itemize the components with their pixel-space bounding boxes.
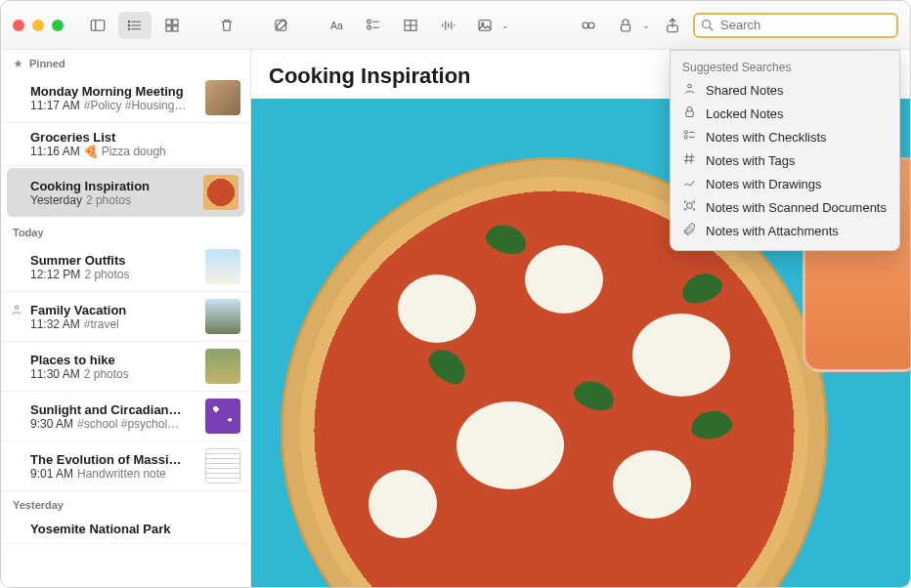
note-time: 12:12 PM [30,268,80,281]
note-thumbnail [205,399,240,434]
note-row-subtitle: 11:16 AM 🍕Pizza dough [30,145,240,158]
suggestion-item[interactable]: Notes with Attachments [671,219,899,242]
note-row-title: Sunlight and Circadian… [30,402,197,417]
toolbar: Aa ⌄ ⌄ [1,1,910,50]
note-meta: #travel [84,317,119,331]
delete-note-button[interactable] [210,12,243,39]
note-time: 11:16 AM [30,145,80,158]
note-time: Yesterday [30,193,82,207]
note-text: Monday Morning Meeting 11:17 AM #Policy … [30,84,197,112]
note-row-title: Places to hike [30,353,197,367]
list-view-button[interactable] [118,12,152,39]
suggestion-item[interactable]: Notes with Scanned Documents [671,195,899,219]
minimize-window-button[interactable] [32,20,44,31]
note-row[interactable]: Yosemite National Park [1,515,250,544]
share-icon [664,17,681,34]
svg-rect-11 [173,25,178,30]
suggestion-item[interactable]: Notes with Tags [671,148,899,172]
checklist-button[interactable] [357,12,390,39]
svg-point-5 [128,21,130,22]
yesterday-section-header: Yesterday [1,491,250,515]
svg-rect-36 [686,111,694,117]
note-row[interactable]: Monday Morning Meeting 11:17 AM #Policy … [1,73,250,123]
suggestion-item[interactable]: Notes with Drawings [671,172,899,195]
note-meta: #Policy #Housing… [84,99,187,112]
note-row-subtitle: 11:17 AM #Policy #Housing… [30,99,197,112]
note-row[interactable]: Cooking Inspiration Yesterday 2 photos [7,168,244,217]
close-window-button[interactable] [13,20,24,31]
scan-icon [682,198,697,216]
suggestion-label: Notes with Attachments [706,224,839,238]
media-chevron-icon: ⌄ [501,21,509,30]
svg-rect-30 [622,24,630,31]
suggestion-label: Notes with Checklists [706,130,827,145]
media-button[interactable] [468,12,501,39]
svg-line-42 [691,154,692,164]
note-row-subtitle: 9:01 AM Handwritten note [30,467,197,481]
svg-point-6 [128,24,130,26]
lock-icon [617,17,634,34]
svg-point-16 [368,25,371,29]
text-format-icon: Aa [327,17,345,34]
toggle-sidebar-button[interactable] [81,12,114,39]
note-row-title: Family Vacation [30,303,197,317]
svg-point-34 [15,306,19,310]
today-section-header: Today [1,219,250,242]
note-row[interactable]: Places to hike 11:30 AM 2 photos [1,342,250,392]
note-time: 9:30 AM [30,417,73,431]
suggestions-heading: Suggested Searches [671,57,899,78]
note-text: Sunlight and Circadian… 9:30 AM #school … [30,402,197,431]
svg-line-41 [686,154,687,164]
note-time: 11:32 AM [30,317,80,331]
list-icon [126,17,144,34]
note-text: Cooking Inspiration Yesterday 2 photos [30,179,195,207]
note-row-subtitle: Yesterday 2 photos [30,193,195,207]
share-button[interactable] [656,12,689,39]
yesterday-label: Yesterday [13,499,64,511]
search-suggestions-dropdown: Suggested Searches Shared NotesLocked No… [670,50,900,251]
format-button[interactable]: Aa [320,12,353,39]
zoom-window-button[interactable] [52,20,64,31]
search-input[interactable] [693,13,898,38]
note-meta: 2 photos [84,268,129,281]
note-thumbnail [205,249,240,284]
note-row[interactable]: The Evolution of Massi… 9:01 AM Handwrit… [1,441,250,491]
note-text: Summer Outfits 12:12 PM 2 photos [30,253,197,281]
gallery-view-button[interactable] [155,12,189,39]
lock-button[interactable] [609,12,642,39]
svg-point-28 [583,22,588,28]
suggestion-item[interactable]: Locked Notes [671,102,899,125]
suggestion-label: Notes with Scanned Documents [706,200,887,215]
table-button[interactable] [394,12,427,39]
suggestion-label: Locked Notes [706,106,784,121]
suggestion-item[interactable]: Shared Notes [671,78,899,102]
notes-sidebar[interactable]: Pinned Monday Morning Meeting 11:17 AM #… [1,50,251,587]
note-row-title: Monday Morning Meeting [30,84,197,99]
note-text: The Evolution of Massi… 9:01 AM Handwrit… [30,452,197,481]
link-button[interactable] [572,12,605,39]
note-row-subtitle: 9:30 AM #school #psychol… [30,417,197,431]
note-row[interactable]: Family Vacation 11:32 AM #travel [1,292,250,342]
note-row[interactable]: Groceries List 11:16 AM 🍕Pizza dough [1,123,250,166]
svg-rect-10 [166,25,171,30]
lock-chevron-icon: ⌄ [642,21,650,30]
note-row[interactable]: Sunlight and Circadian… 9:30 AM #school … [1,392,250,441]
shared-icon [682,81,697,99]
compose-icon [273,17,290,34]
new-note-button[interactable] [265,12,298,39]
pinned-label: Pinned [29,58,65,69]
svg-point-14 [368,20,371,23]
audio-button[interactable] [431,12,464,39]
suggestion-item[interactable]: Notes with Checklists [671,125,899,148]
note-row-title: Summer Outfits [30,253,197,268]
note-text: Yosemite National Park [30,522,240,536]
note-text: Places to hike 11:30 AM 2 photos [30,353,197,381]
svg-text:Aa: Aa [330,19,343,30]
suggestion-label: Shared Notes [706,83,784,98]
note-row[interactable]: Summer Outfits 12:12 PM 2 photos [1,242,250,292]
search-container [693,13,898,38]
svg-rect-26 [479,20,491,30]
window-controls [13,20,64,31]
note-time: 11:30 AM [30,367,80,381]
note-thumbnail [205,448,240,483]
